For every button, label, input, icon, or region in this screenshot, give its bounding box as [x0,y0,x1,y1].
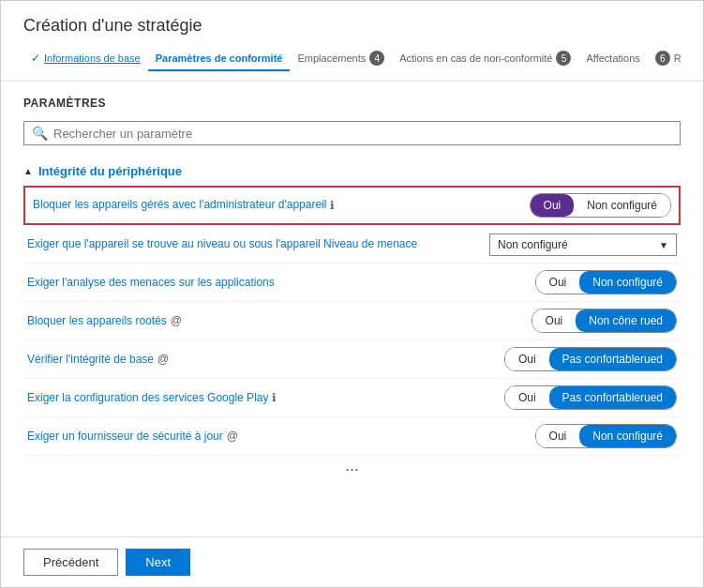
step-review[interactable]: 6 Révision [648,45,681,73]
param-row-4: Bloquer les appareils rootés @ Oui Non c… [23,302,681,340]
param-7-non-btn[interactable]: Non configuré [579,425,676,447]
param-1-non-btn[interactable]: Non configuré [574,194,670,217]
param-1-info-icon: ℹ [330,199,335,212]
param-1-toggle: Oui Non configuré [530,193,671,218]
group-header-integrity[interactable]: ▲ Intégrité du périphérique [23,160,681,182]
step-basic[interactable]: ✓ Informations de base [23,46,148,72]
step-basic-label: Informations de base [44,53,141,64]
param-7-info-icon: @ [227,430,238,443]
param-5-info-icon: @ [157,353,169,366]
param-7-toggle: Oui Non configuré [535,424,677,448]
param-5-name: Vérifier l'intégrité de base [27,353,154,366]
param-2-value: Non configuré [498,238,568,251]
step-assignments-label: Affectations [586,53,639,64]
param-row-2: Exiger que l'appareil se trouve au nivea… [23,227,681,264]
param-4-name: Bloquer les appareils rootés [27,314,167,327]
param-row-4-left: Bloquer les appareils rootés @ [27,314,421,327]
step-actions-label: Actions en cas de non-conformité [399,53,552,64]
param-3-oui-btn[interactable]: Oui [536,271,580,294]
step-assignments[interactable]: Affectations [578,47,647,71]
step-review-num: 6 [655,51,670,66]
param-row-3-left: Exiger l'analyse des menaces sur les app… [27,276,421,289]
param-4-oui-btn[interactable]: Oui [532,309,577,332]
check-icon: ✓ [31,52,40,65]
step-compliance[interactable]: Paramètres de conformité [148,47,291,71]
param-2-dropdown[interactable]: Non configuré ▼ [489,234,677,256]
param-row-3: Exiger l'analyse des menaces sur les app… [23,264,681,302]
param-3-name: Exiger l'analyse des menaces sur les app… [27,276,275,289]
param-row-1-left: Bloquer les appareils gérés avec l'admin… [33,198,389,213]
steps-nav: ✓ Informations de base Paramètres de con… [23,45,681,73]
param-row-2-left: Exiger que l'appareil se trouve au nivea… [27,237,421,252]
modal-body: PARAMÈTRES 🔍 ▲ Intégrité du périphérique… [1,82,703,536]
param-3-toggle: Oui Non configuré [535,270,677,294]
param-1-name: Bloquer les appareils gérés avec l'admin… [33,198,326,213]
param-4-non-btn[interactable]: Non cône rued [576,309,676,332]
param-7-oui-btn[interactable]: Oui [536,425,580,447]
param-7-name: Exiger un fournisseur de sécurité à jour [27,430,223,443]
group-label: Intégrité du périphérique [38,164,182,178]
creation-strategie-modal: Création d'une stratégie ✓ Informations … [0,0,704,588]
param-row-6-left: Exiger la configuration des services Goo… [27,391,421,404]
param-row-1: Bloquer les appareils gérés avec l'admin… [23,186,681,225]
step-locations-num: 4 [369,51,384,66]
param-6-info-icon: ℹ [272,391,277,404]
chevron-down-icon: ▼ [659,240,668,250]
param-row-7: Exiger un fournisseur de sécurité à jour… [23,417,681,456]
param-4-info-icon: @ [171,314,182,327]
param-5-oui-btn[interactable]: Oui [505,348,549,370]
param-5-non-btn[interactable]: Pas confortablerued [549,348,676,370]
param-row-6: Exiger la configuration des services Goo… [23,379,681,417]
step-review-label: Révision [674,53,681,64]
prev-button[interactable]: Précédent [23,549,118,576]
search-input[interactable] [53,127,672,141]
more-indicator: ··· [23,460,681,479]
param-6-oui-btn[interactable]: Oui [505,386,549,409]
step-locations[interactable]: Emplacements 4 [290,45,392,73]
param-1-oui-btn[interactable]: Oui [531,194,575,217]
param-row-5: Vérifier l'intégrité de base @ Oui Pas c… [23,340,681,379]
param-row-7-left: Exiger un fournisseur de sécurité à jour… [27,430,421,443]
param-3-non-btn[interactable]: Non configuré [579,271,676,294]
modal-header: Création d'une stratégie ✓ Informations … [1,1,703,82]
step-locations-label: Emplacements [297,53,366,64]
step-actions[interactable]: Actions en cas de non-conformité 5 [392,45,578,73]
chevron-up-icon: ▲ [23,166,33,176]
param-2-name: Exiger que l'appareil se trouve au nivea… [27,237,417,252]
modal-title: Création d'une stratégie [23,16,681,36]
param-row-5-left: Vérifier l'intégrité de base @ [27,353,421,366]
step-actions-num: 5 [556,51,571,66]
param-5-toggle: Oui Pas confortablerued [504,347,677,371]
next-button[interactable]: Next [126,549,190,576]
step-compliance-label: Paramètres de conformité [156,53,283,64]
search-box: 🔍 [23,121,681,145]
search-icon: 🔍 [32,126,48,141]
param-6-toggle: Oui Pas confortablerued [504,385,677,410]
param-4-toggle: Oui Non cône rued [532,309,677,333]
section-title: PARAMÈTRES [23,97,681,110]
param-6-name: Exiger la configuration des services Goo… [27,391,268,404]
modal-footer: Précédent Next [1,536,703,587]
param-6-non-btn[interactable]: Pas confortablerued [549,386,676,409]
